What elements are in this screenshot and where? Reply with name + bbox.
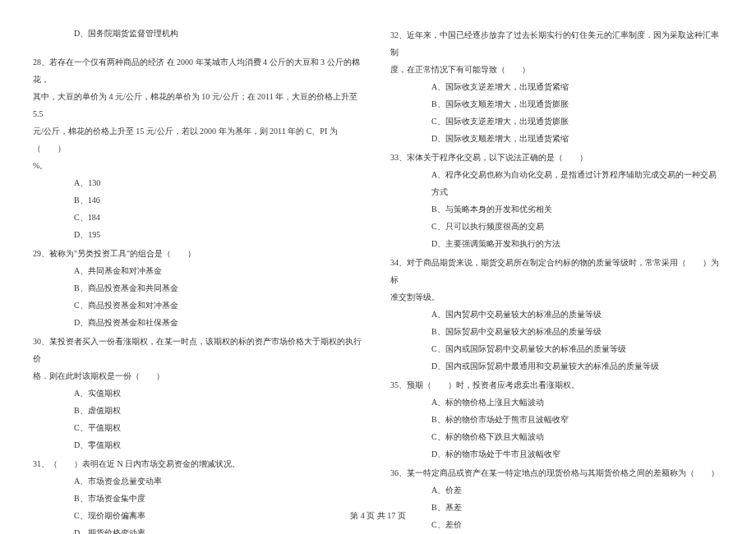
q29-option-b: B、商品投资基金和共同基金 — [33, 279, 366, 297]
left-column: D、国务院期货监督管理机构 28、若存在一个仅有两种商品的经济 在 2000 年… — [33, 25, 366, 534]
q32-line2: 度，在正常情况下有可能导致（ ） — [390, 61, 723, 78]
q32-option-c: C、国际收支逆差增大，出现通货膨胀 — [390, 113, 723, 130]
q35-option-b: B、标的物价市场处于熊市且波幅收窄 — [390, 411, 723, 428]
q29-option-c: C、商品投资基金和对冲基金 — [33, 297, 366, 314]
q32-option-a: A、国际收支逆差增大，出现通货紧缩 — [390, 78, 723, 95]
q30-line1: 30、某投资者买入一份看涨期权，在某一时点，该期权的标的资产市场价格大于期权的执… — [33, 333, 366, 367]
q29-option-d: D、商品投资基金和社保基金 — [33, 314, 366, 331]
q28-option-b: B、146 — [33, 191, 366, 209]
q36: 36、某一特定商品或资产在某一特定地点的现货价格与其期货价格之间的差额称为（ ） — [390, 464, 723, 481]
q31-option-a: A、市场资金总量变动率 — [33, 472, 366, 490]
q35-option-a: A、标的物价格上涨且大幅波动 — [390, 394, 723, 411]
q28-option-d: D、195 — [33, 226, 366, 243]
q30-option-a: A、实值期权 — [33, 384, 366, 402]
q28-line4: %。 — [33, 157, 366, 174]
q30-line2: 格．则在此时该期权是一份（ ） — [33, 367, 366, 384]
q33-option-c: C、只可以执行频度很高的交易 — [390, 218, 723, 235]
q28-line2: 其中，大豆的单价为 4 元/公斤，棉花的单价为 10 元/公斤；在 2011 年… — [33, 88, 366, 122]
q31-option-d: D、期货价格变动率 — [33, 524, 366, 534]
right-column: 32、近年来，中国已经逐步放弃了过去长期实行的钉住美元的汇率制度．因为采取这种汇… — [390, 25, 723, 534]
q33-option-b: B、与策略本身的开发和优劣相关 — [390, 200, 723, 218]
q34-line1: 34、对于商品期货来说，期货交易所在制定合约标的物的质量等级时，常常采用（ ）为… — [390, 254, 723, 288]
q34-line2: 准交割等级。 — [390, 288, 723, 306]
q36-option-a: A、价差 — [390, 481, 723, 499]
q29: 29、被称为"另类投资工具"的组合是（ ） — [33, 245, 366, 262]
q32-line1: 32、近年来，中国已经逐步放弃了过去长期实行的钉住美元的汇率制度．因为采取这种汇… — [390, 26, 723, 61]
page-footer: 第 4 页 共 17 页 — [0, 510, 756, 522]
q31-option-b: B、市场资金集中度 — [33, 490, 366, 507]
q33: 33、宋体关于程序化交易，以下说法正确的是（ ） — [390, 149, 723, 166]
q28-option-c: C、184 — [33, 209, 366, 226]
q35-option-d: D、标的物市场处于牛市且波幅收窄 — [390, 445, 723, 463]
q27-option-d: D、国务院期货监督管理机构 — [33, 25, 366, 42]
q34-option-d: D、国内或国际贸易中最通用和交易量较大的标准品的质量等级 — [390, 357, 723, 375]
q35-option-c: C、标的物价格下跌且大幅波动 — [390, 428, 723, 445]
q30-option-c: C、平值期权 — [33, 419, 366, 436]
q30-option-b: B、虚值期权 — [33, 402, 366, 419]
q33-option-a: A、程序化交易也称为自动化交易，是指通过计算程序辅助完成交易的一种交易方式 — [390, 166, 723, 200]
q28-line1: 28、若存在一个仅有两种商品的经济 在 2000 年某城市人均消费 4 公斤的大… — [33, 53, 366, 88]
q31: 31、（ ）表明在近 N 日内市场交易资金的增减状况。 — [33, 455, 366, 472]
q30-option-d: D、零值期权 — [33, 436, 366, 453]
q28-line3: 元/公斤，棉花的价格上升至 15 元/公斤，若以 2000 年为基年，则 201… — [33, 122, 366, 157]
q32-option-d: D、国际收支顺差增大，出现通货紧缩 — [390, 130, 723, 147]
q34-option-b: B、国际贸易中交易量较大的标准品的质量等级 — [390, 323, 723, 340]
q32-option-b: B、国际收支顺差增大，出现通货膨胀 — [390, 95, 723, 113]
q33-option-d: D、主要强调策略开发和执行的方法 — [390, 235, 723, 252]
q34-option-a: A、国内贸易中交易量较大的标准品的质量等级 — [390, 306, 723, 323]
q29-option-a: A、共同基金和对冲基金 — [33, 262, 366, 279]
q34-option-c: C、国内或国际贸易中交易量较大的标准品的质量等级 — [390, 340, 723, 357]
q28-option-a: A、130 — [33, 174, 366, 191]
q35: 35、预期（ ）时，投资者应考虑卖出看涨期权。 — [390, 376, 723, 394]
